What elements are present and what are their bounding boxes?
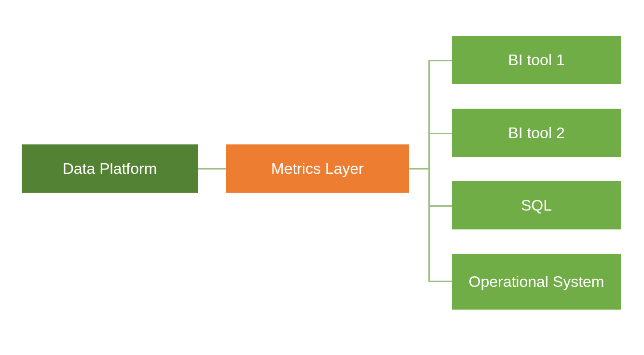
connector-to-bi1 xyxy=(428,60,452,61)
node-sql: SQL xyxy=(452,181,621,229)
node-label: Operational System xyxy=(468,273,604,291)
connector-dp-to-ml xyxy=(198,168,226,170)
connector-spine xyxy=(428,60,430,282)
connector-to-bi2 xyxy=(428,133,452,134)
node-metrics-layer: Metrics Layer xyxy=(226,144,409,193)
connector-ml-out xyxy=(409,168,429,170)
node-label: SQL xyxy=(521,197,552,214)
node-bi-tool-2: BI tool 2 xyxy=(452,109,621,157)
connector-to-sql xyxy=(428,205,452,207)
node-label: Data Platform xyxy=(63,160,157,178)
node-data-platform: Data Platform xyxy=(22,144,198,193)
node-label: BI tool 1 xyxy=(508,51,564,69)
connector-to-ops xyxy=(428,281,452,282)
node-label: Metrics Layer xyxy=(271,160,364,178)
node-label: BI tool 2 xyxy=(508,124,564,142)
node-bi-tool-1: BI tool 1 xyxy=(452,36,621,84)
node-operational-system: Operational System xyxy=(452,254,621,310)
